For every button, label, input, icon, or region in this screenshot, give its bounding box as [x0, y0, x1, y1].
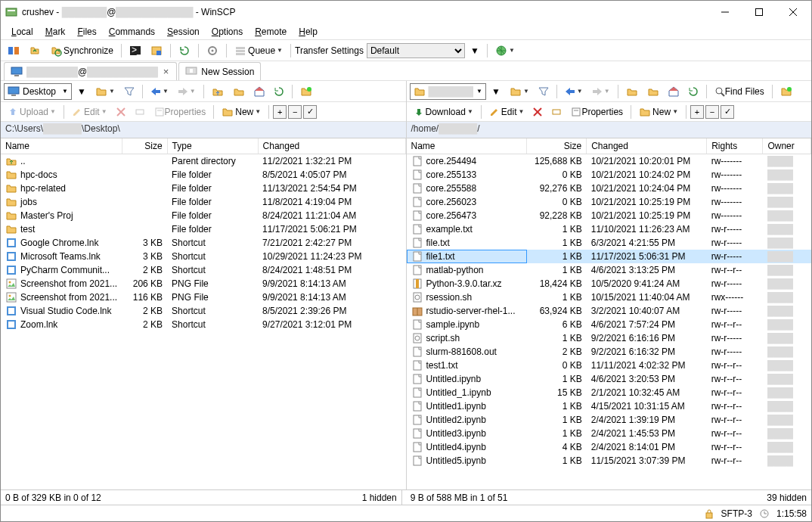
settings-button[interactable] [203, 42, 222, 59]
local-home-button[interactable] [250, 83, 268, 100]
list-item[interactable]: rsession.sh1 KB10/15/2021 11:40:04 AMrwx… [407, 291, 811, 304]
list-item[interactable]: Screenshot from 2021...206 KBPNG File9/9… [1, 277, 405, 291]
list-item[interactable]: Screenshot from 2021...116 KBPNG File9/9… [1, 291, 405, 304]
menu-options[interactable]: Options [206, 25, 249, 39]
list-item[interactable]: file.txt1 KB6/3/2021 4:21:55 PMrw-r-----… [407, 236, 811, 250]
close-tab-icon[interactable]: × [162, 66, 171, 77]
menu-files[interactable]: Files [71, 25, 102, 39]
list-item[interactable]: file1.txt1 KB11/17/2021 5:06:31 PMrw-r--… [407, 250, 811, 263]
list-item[interactable]: ..Parent directory11/2/2021 1:32:21 PM [1, 154, 405, 169]
list-item[interactable]: sample.ipynb6 KB4/6/2021 7:57:24 PMrw-r-… [407, 318, 811, 331]
menu-remote[interactable]: Remote [249, 25, 293, 39]
local-up-button[interactable] [208, 83, 228, 100]
remote-home-button[interactable] [665, 83, 683, 100]
local-file-list[interactable]: Name Size Type Changed ..Parent director… [1, 138, 406, 489]
col-rights[interactable]: Rights [707, 138, 763, 154]
local-filter-button[interactable] [120, 83, 138, 100]
queue-button[interactable]: Queue ▼ [231, 42, 287, 59]
remote-delete-button[interactable] [529, 104, 546, 120]
local-refresh-button[interactable] [270, 83, 288, 100]
list-item[interactable]: core.2551330 KB10/21/2021 10:24:02 PMrw-… [407, 168, 811, 182]
local-open-folder-button[interactable]: ▼ [91, 83, 119, 100]
remote-plus-button[interactable]: + [690, 105, 704, 119]
local-properties-button[interactable]: Properties [150, 104, 210, 120]
list-item[interactable]: core.25647392,228 KB10/21/2021 10:25:19 … [407, 209, 811, 222]
remote-file-list[interactable]: Name Size Changed Rights Owner core.2544… [407, 138, 812, 489]
local-minus-button[interactable]: − [288, 105, 302, 119]
compare-dirs-button[interactable] [4, 42, 23, 59]
col-changed[interactable]: Changed [258, 138, 405, 154]
new-session-tab[interactable]: New Session [178, 62, 261, 80]
list-item[interactable]: Untitled3.ipynb1 KB2/4/2021 1:45:53 PMrw… [407, 427, 811, 440]
list-item[interactable]: example.txt1 KB11/10/2021 11:26:23 AMrw-… [407, 222, 811, 236]
col-owner[interactable]: Owner [763, 138, 811, 154]
transfer-settings-caret[interactable]: ▼ [466, 42, 483, 59]
list-item[interactable]: core.2560230 KB10/21/2021 10:25:19 PMrw-… [407, 195, 811, 209]
remote-bookmarks-caret[interactable]: ▼ [488, 83, 504, 100]
download-button[interactable]: Download▼ [410, 104, 477, 120]
local-back-button[interactable]: ▼ [147, 83, 172, 100]
list-item[interactable]: core.254494125,688 KB10/21/2021 10:20:01… [407, 154, 811, 169]
upload-button[interactable]: Upload▼ [4, 104, 60, 120]
remote-open-folder-button[interactable]: ▼ [506, 83, 533, 100]
remote-up-button[interactable] [622, 83, 642, 100]
menu-help[interactable]: Help [293, 25, 324, 39]
add-to-putty-button[interactable] [147, 42, 166, 59]
remote-root-button[interactable] [643, 83, 663, 100]
local-forward-button[interactable]: ▼ [174, 83, 200, 100]
col-type[interactable]: Type [167, 138, 258, 154]
local-drive-select[interactable]: Desktop ▼ [4, 83, 72, 100]
col-name[interactable]: Name [407, 138, 527, 154]
globe-button[interactable]: ▼ [491, 42, 519, 59]
list-item[interactable]: rstudio-server-rhel-1...63,924 KB3/2/202… [407, 304, 811, 318]
local-edit-button[interactable]: Edit▼ [68, 104, 111, 120]
remote-bookmark-add-button[interactable] [776, 83, 796, 100]
remote-back-button[interactable]: ▼ [561, 83, 587, 100]
remote-properties-button[interactable]: Properties [567, 104, 627, 120]
list-item[interactable]: Microsoft Teams.lnk3 KBShortcut10/29/202… [1, 250, 405, 263]
menu-local[interactable]: Local [5, 25, 39, 39]
remote-filter-button[interactable] [535, 83, 553, 100]
list-item[interactable]: Untitled2.ipynb1 KB2/4/2021 1:39:19 PMrw… [407, 413, 811, 427]
terminal-button[interactable]: >_ [126, 42, 145, 59]
remote-forward-button[interactable]: ▼ [588, 83, 614, 100]
menu-commands[interactable]: Commands [103, 25, 161, 39]
list-item[interactable]: Untitled.ipynb1 KB4/6/2021 3:20:53 PMrw-… [407, 372, 811, 386]
list-item[interactable]: Untitled5.ipynb1 KB11/15/2021 3:07:39 PM… [407, 454, 811, 468]
col-size[interactable]: Size [122, 138, 167, 154]
list-item[interactable]: jobsFile folder11/8/2021 4:19:04 PM [1, 195, 405, 209]
list-item[interactable]: Visual Studio Code.lnk2 KBShortcut8/5/20… [1, 304, 405, 318]
local-rename-button[interactable] [131, 104, 149, 120]
list-item[interactable]: matlab-python1 KB4/6/2021 3:13:25 PMrw-r… [407, 263, 811, 277]
menu-session[interactable]: Session [161, 25, 206, 39]
list-item[interactable]: slurm-881608.out2 KB9/2/2021 6:16:32 PMr… [407, 345, 811, 359]
col-changed[interactable]: Changed [587, 138, 707, 154]
session-tab-active[interactable]: ████████@███████████ × [4, 62, 177, 80]
remote-check-button[interactable]: ✓ [721, 105, 734, 119]
synchronize-button[interactable]: Synchronize [46, 42, 117, 59]
list-item[interactable]: Zoom.lnk2 KBShortcut9/27/2021 3:12:01 PM [1, 318, 405, 331]
remote-edit-button[interactable]: Edit▼ [485, 104, 528, 120]
minimize-button[interactable] [708, 2, 742, 23]
transfer-settings-select[interactable]: Default [367, 43, 465, 58]
close-button[interactable] [776, 2, 810, 23]
list-item[interactable]: Master's ProjFile folder8/24/2021 11:21:… [1, 209, 405, 222]
sync-browse-button[interactable] [25, 42, 45, 59]
col-name[interactable]: Name [1, 138, 122, 154]
list-item[interactable]: core.25558892,276 KB10/21/2021 10:24:04 … [407, 182, 811, 195]
list-item[interactable]: PyCharm Communit...2 KBShortcut8/24/2021… [1, 263, 405, 277]
list-item[interactable]: hpc-relatedFile folder11/13/2021 2:54:54… [1, 182, 405, 195]
list-item[interactable]: Untitled4.ipynb4 KB2/4/2021 8:14:01 PMrw… [407, 440, 811, 454]
remote-rename-button[interactable] [547, 104, 566, 120]
list-item[interactable]: Untitled1.ipynb1 KB4/15/2021 10:31:15 AM… [407, 399, 811, 413]
find-files-button[interactable]: Find Files [711, 83, 768, 100]
remote-minus-button[interactable]: − [705, 105, 719, 119]
list-item[interactable]: Google Chrome.lnk3 KBShortcut7/21/2021 2… [1, 236, 405, 250]
remote-refresh-button[interactable] [684, 83, 702, 100]
list-item[interactable]: test1.txt0 KB11/11/2021 4:02:32 PMrw-r--… [407, 359, 811, 372]
local-delete-button[interactable] [113, 104, 129, 120]
remote-dir-select[interactable]: ███████ ▼ [410, 83, 486, 100]
local-bookmarks-caret[interactable]: ▼ [73, 83, 90, 100]
maximize-button[interactable] [742, 2, 776, 23]
local-check-button[interactable]: ✓ [303, 105, 317, 119]
